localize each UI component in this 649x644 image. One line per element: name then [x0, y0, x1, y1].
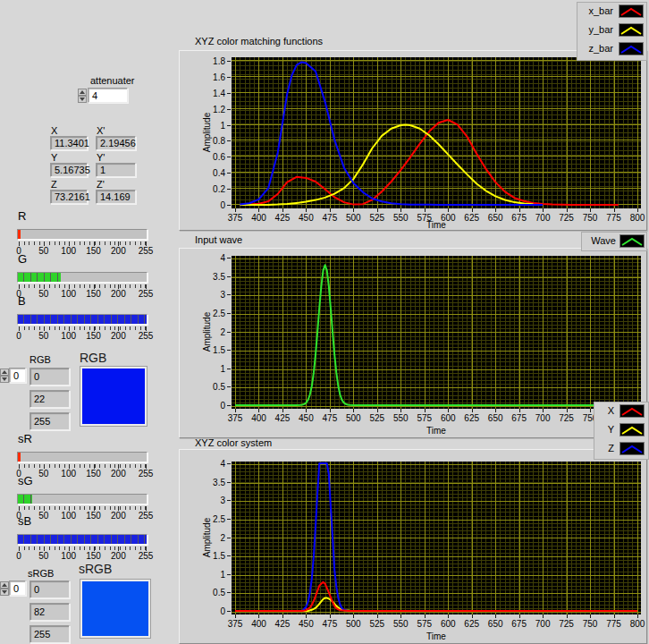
increment-button[interactable]	[0, 369, 9, 376]
y-tick-mark	[227, 555, 231, 556]
slider-major-tick	[118, 506, 119, 511]
srgb-index-spinner	[0, 581, 9, 596]
x-tick-mark	[472, 208, 473, 212]
Y-curve	[235, 598, 637, 611]
y-tick-label: 1	[198, 364, 225, 374]
rgb-array-index[interactable]: 0	[9, 368, 26, 383]
legend-label: Wave	[582, 235, 616, 246]
y-tick-mark	[227, 125, 231, 126]
x-tick-label: 650	[483, 619, 508, 629]
x-tick-mark	[519, 409, 520, 412]
slider-scale-label: 200	[111, 551, 126, 561]
x-tick-mark	[353, 409, 354, 412]
down-arrow-icon	[80, 97, 85, 101]
slider-major-tick	[44, 464, 45, 469]
y-tick-mark	[227, 294, 231, 295]
legend-swatch[interactable]	[620, 234, 645, 248]
slider-scale-label: 50	[38, 551, 48, 561]
y-tick-mark	[227, 313, 231, 314]
x-tick-mark	[637, 208, 638, 212]
x-tick-mark	[400, 614, 401, 618]
Z-curve	[235, 463, 637, 611]
slider-major-tick	[118, 464, 119, 469]
srgb-array-value-0: 0	[30, 580, 70, 598]
y-tick-label: 3.5	[198, 272, 225, 282]
slider-b: B 050100150200255	[17, 294, 151, 339]
x-tick-label: 700	[530, 619, 555, 629]
srgb-array-index[interactable]: 0	[9, 580, 26, 596]
slider-sb-ticks	[19, 547, 146, 550]
slider-r-track[interactable]	[17, 229, 148, 240]
slider-sg-track[interactable]	[17, 494, 148, 504]
srgb-array-caption: sRGB	[28, 568, 54, 579]
rgb-color-swatch	[80, 367, 147, 426]
rgb-array-caption: RGB	[30, 354, 51, 365]
z-label: Z	[51, 179, 57, 190]
attenuator-input[interactable]: 4	[88, 88, 128, 103]
legend-swatch[interactable]	[620, 442, 645, 455]
y-tick-mark	[227, 386, 231, 387]
y-tick-mark	[227, 258, 231, 258]
y-tick-label: 1.2	[198, 105, 225, 114]
x-tick-label: 600	[435, 213, 460, 223]
x-tick-label: 775	[602, 619, 627, 629]
x-tick-mark	[567, 614, 568, 618]
legend-swatch[interactable]	[619, 42, 644, 55]
slider-sb-track[interactable]	[17, 534, 148, 545]
down-arrow-icon	[2, 590, 7, 594]
y-tick-mark	[227, 500, 231, 501]
y-tick-mark	[227, 482, 231, 483]
y-tick-mark	[227, 61, 231, 62]
slider-major-tick	[19, 506, 20, 511]
y-tick-label: 1.8	[198, 56, 225, 66]
x-tick-label: 575	[412, 413, 437, 423]
y-tick-mark	[227, 574, 231, 575]
x-tick-label: 475	[317, 213, 342, 223]
x-tick-label: 725	[554, 619, 579, 629]
decrement-button[interactable]	[78, 96, 87, 103]
x-tick-mark	[590, 208, 591, 212]
x-tick-label: 600	[435, 413, 460, 423]
slider-sr-track[interactable]	[17, 452, 148, 462]
increment-button[interactable]	[78, 89, 87, 96]
legend-label: Z	[594, 443, 614, 453]
slider-major-tick	[19, 326, 20, 331]
legend-swatch[interactable]	[619, 23, 644, 37]
slider-sg: sG 050100150200255	[17, 474, 151, 519]
x-tick-mark	[425, 614, 426, 618]
x-tick-label: 450	[293, 213, 318, 223]
slider-sg-fill	[18, 495, 32, 504]
slider-b-track[interactable]	[17, 314, 148, 325]
y-tick-label: 2.5	[198, 309, 225, 318]
legend-swatch[interactable]	[620, 404, 645, 418]
x-tick-label: 550	[388, 213, 413, 223]
y-tick-mark	[227, 519, 231, 520]
slider-r-fill	[18, 230, 21, 239]
x-tick-mark	[400, 208, 401, 212]
plot-canvas-xyz	[232, 462, 641, 614]
x-tick-label: 750	[577, 213, 603, 223]
zp-label: Z'	[97, 179, 105, 190]
slider-sb-label: sB	[18, 514, 31, 528]
slider-major-tick	[146, 547, 147, 551]
x-tick-label: 675	[507, 413, 532, 423]
chart-title-cmf: XYZ color matching functions	[195, 36, 323, 47]
x-tick-mark	[495, 208, 496, 212]
x-tick-label: 450	[293, 413, 318, 423]
decrement-button[interactable]	[0, 589, 9, 596]
slider-major-tick	[146, 326, 147, 331]
slider-r-ticks	[19, 242, 146, 245]
y-tick-label: 1.4	[198, 89, 225, 98]
decrement-button[interactable]	[0, 376, 9, 383]
increment-button[interactable]	[0, 581, 9, 589]
x-axis-label: Time	[418, 426, 454, 436]
legend-swatch[interactable]	[620, 423, 645, 436]
x-tick-label: 550	[388, 413, 413, 423]
x-tick-mark	[306, 208, 307, 212]
legend-item-wave: Wave	[582, 233, 646, 251]
srgb-array-value-1: 82	[30, 603, 70, 621]
slider-major-tick	[146, 506, 147, 511]
slider-g-track[interactable]	[17, 272, 148, 283]
legend-xyz: X Y Z	[594, 402, 649, 460]
legend-swatch[interactable]	[619, 4, 644, 18]
